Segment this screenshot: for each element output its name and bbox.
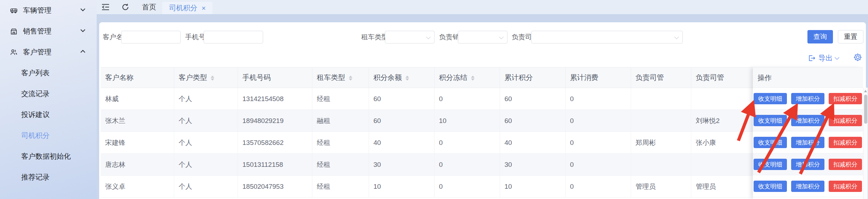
- row-actions: 收支明细 增加积分 扣减积分: [753, 153, 863, 175]
- collapse-sidebar-icon[interactable]: [101, 3, 110, 11]
- sales-owner-select[interactable]: [458, 31, 507, 43]
- add-points-button[interactable]: 增加积分: [791, 181, 824, 192]
- chevron-down-icon: [80, 8, 85, 11]
- refresh-icon[interactable]: [121, 3, 130, 11]
- table-row: 林威个人 13142154508经租 600 600: [101, 88, 753, 110]
- sidebar-item-driver-points[interactable]: 司机积分: [0, 125, 97, 146]
- sort-icon: [405, 76, 409, 81]
- row-actions: 收支明细 增加积分 扣减积分: [753, 88, 863, 110]
- table-row: 张义卓个人 18502047953经租 100 100 管理员管理员: [101, 176, 753, 198]
- table-row: 唐志林个人 15013112158经租 300 300: [101, 154, 753, 176]
- income-expense-detail-button[interactable]: 收支明细: [754, 115, 787, 126]
- scroll-up-arrow-icon[interactable]: [864, 90, 867, 92]
- add-points-button[interactable]: 增加积分: [791, 159, 824, 170]
- chevron-up-icon: [80, 50, 85, 53]
- income-expense-detail-button[interactable]: 收支明细: [754, 93, 787, 104]
- sidebar-item-customer-list[interactable]: 客户列表: [0, 63, 97, 83]
- sidebar-item-communication-records[interactable]: 交流记录: [0, 83, 97, 104]
- row-actions: 收支明细 增加积分 扣减积分: [753, 131, 863, 153]
- export-button[interactable]: 导出: [808, 53, 839, 63]
- column-header-driver-manager: 负责司管: [691, 68, 753, 88]
- export-label: 导出: [818, 53, 833, 63]
- reset-button[interactable]: 重置: [838, 30, 863, 43]
- column-header-rent-type[interactable]: 租车类型: [312, 68, 369, 88]
- add-points-button[interactable]: 增加积分: [791, 137, 824, 148]
- sidebar-item-customer-management[interactable]: 客户管理: [0, 42, 97, 63]
- sidebar-item-label: 客户管理: [23, 47, 51, 57]
- column-header-customer-name: 客户名称: [101, 68, 174, 88]
- sidebar-item-label: 销售管理: [23, 27, 51, 36]
- column-header-customer-type[interactable]: 客户类型: [174, 68, 238, 88]
- vertical-scrollbar[interactable]: [863, 88, 868, 199]
- customer-name-input[interactable]: [121, 31, 181, 43]
- column-header-phone: 手机号码: [238, 68, 312, 88]
- add-points-button[interactable]: 增加积分: [791, 93, 824, 104]
- deduct-points-button[interactable]: 扣减积分: [829, 159, 862, 170]
- sort-icon: [349, 76, 352, 81]
- search-button[interactable]: 查询: [807, 30, 833, 43]
- rent-type-select[interactable]: [385, 31, 435, 43]
- export-icon: [808, 54, 816, 62]
- sidebar-item-sales-management[interactable]: 销售管理: [0, 21, 97, 42]
- column-header-points-balance[interactable]: 积分余额: [369, 68, 434, 88]
- chevron-down-icon: [835, 55, 839, 60]
- sales-icon: [10, 28, 18, 35]
- row-actions: 收支明细 增加积分 扣减积分: [753, 110, 863, 131]
- income-expense-detail-button[interactable]: 收支明细: [754, 181, 787, 192]
- add-points-button[interactable]: 增加积分: [791, 115, 824, 126]
- column-header-points-frozen[interactable]: 积分冻结: [434, 68, 500, 88]
- table-row: 张木兰个人 18948029219融租 6010 600 刘琳悦2: [101, 110, 753, 132]
- chevron-down-icon: [499, 35, 504, 39]
- sidebar: 车辆管理 销售管理 客户管理 客户列表 交流记录 投诉建议 司机积分 客户数据初…: [0, 0, 97, 199]
- gear-icon[interactable]: [853, 52, 863, 62]
- scrollbar-thumb[interactable]: [864, 95, 867, 124]
- income-expense-detail-button[interactable]: 收支明细: [754, 159, 787, 170]
- phone-input[interactable]: [204, 31, 263, 43]
- row-actions: 收支明细 增加积分 扣减积分: [753, 175, 863, 197]
- sidebar-item-complaints-suggestions[interactable]: 投诉建议: [0, 104, 97, 125]
- sidebar-item-label: 车辆管理: [23, 6, 51, 15]
- customer-icon: [10, 48, 18, 56]
- deduct-points-button[interactable]: 扣减积分: [829, 93, 862, 104]
- deduct-points-button[interactable]: 扣减积分: [829, 181, 862, 192]
- vehicle-icon: [10, 7, 18, 14]
- sidebar-item-referral-records[interactable]: 推荐记录: [0, 167, 97, 188]
- deduct-points-button[interactable]: 扣减积分: [829, 115, 862, 126]
- deduct-points-button[interactable]: 扣减积分: [829, 137, 862, 148]
- tab-home[interactable]: 首页: [140, 0, 158, 14]
- tab-bar: 首页 司机积分 ×: [97, 0, 868, 14]
- income-expense-detail-button[interactable]: 收支明细: [754, 137, 787, 148]
- chevron-down-icon: [80, 29, 85, 32]
- column-header-total-spent: 累计消费: [565, 68, 631, 88]
- column-header-total-points: 累计积分: [500, 68, 565, 88]
- sort-icon: [471, 76, 475, 81]
- sidebar-item-customer-data-init[interactable]: 客户数据初始化: [0, 146, 97, 167]
- driver-points-table: 客户名称 客户类型 手机号码 租车类型 积分余额 积分冻结 累计积分 累计消费 …: [101, 67, 753, 198]
- tab-label: 司机积分: [169, 3, 197, 13]
- table-header-row: 客户名称 客户类型 手机号码 租车类型 积分余额 积分冻结 累计积分 累计消费 …: [101, 68, 753, 88]
- close-icon[interactable]: ×: [202, 5, 206, 12]
- chevron-down-icon: [674, 35, 679, 39]
- column-header-actions: 操作: [753, 67, 863, 88]
- tab-driver-points[interactable]: 司机积分 ×: [162, 2, 212, 14]
- table-row: 宋建锋个人 13570582662经租 400 400 郑周彬张小康: [101, 132, 753, 154]
- column-header-driver-manager: 负责司管: [631, 68, 691, 88]
- actions-column: 操作 收支明细 增加积分 扣减积分 收支明细 增加积分 扣减积分 收支明细 增加…: [753, 67, 863, 199]
- driver-manager-select[interactable]: [531, 31, 683, 43]
- sort-icon: [211, 76, 214, 81]
- sidebar-item-vehicle-management[interactable]: 车辆管理: [0, 0, 97, 21]
- chevron-down-icon: [426, 35, 431, 39]
